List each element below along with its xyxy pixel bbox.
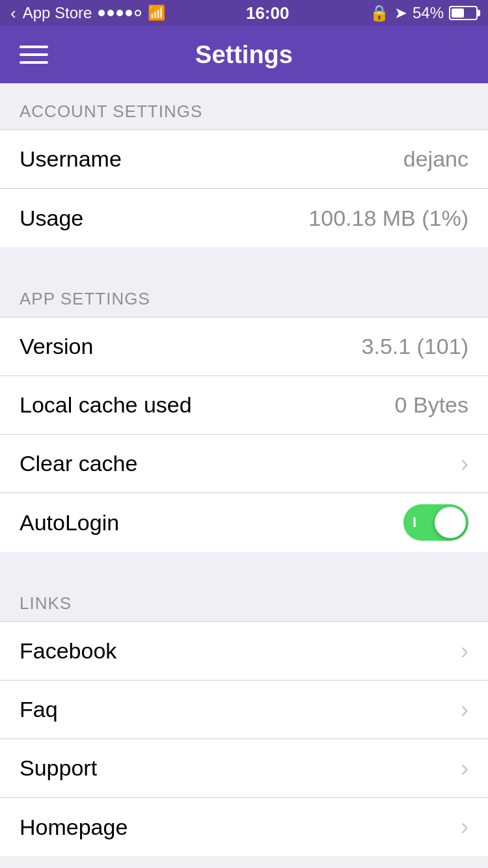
status-time: 16:00 [246, 3, 290, 23]
version-value: 3.5.1 (101) [362, 334, 468, 359]
battery-percent: 54% [413, 4, 444, 22]
faq-row[interactable]: Faq › [0, 681, 488, 739]
links-group: Facebook › Faq › Support › Homepage › [0, 622, 488, 856]
account-settings-group: Username dejanc Usage 100.18 MB (1%) [0, 130, 488, 247]
links-header: LINKS [0, 575, 488, 622]
facebook-label: Facebook [20, 638, 116, 664]
homepage-label: Homepage [20, 815, 128, 840]
version-label: Version [20, 334, 93, 359]
status-right: 🔒 ➤ 54% [370, 4, 478, 22]
divider-1 [0, 247, 488, 271]
app-settings-group: Version 3.5.1 (101) Local cache used 0 B… [0, 318, 488, 552]
back-chevron-icon: ‹ [10, 3, 16, 23]
clear-cache-label: Clear cache [20, 451, 137, 476]
nav-bar: Settings [0, 26, 488, 83]
battery-container [449, 6, 478, 20]
support-chevron-icon: › [461, 755, 468, 782]
divider-2 [0, 552, 488, 575]
hamburger-menu-button[interactable] [20, 46, 48, 64]
support-row[interactable]: Support › [0, 739, 488, 798]
local-cache-value: 0 Bytes [395, 392, 468, 418]
signal-dot-1 [98, 10, 105, 16]
toggle-on-label: I [413, 514, 416, 531]
clear-cache-row[interactable]: Clear cache › [0, 435, 488, 493]
support-label: Support [20, 755, 97, 781]
signal-dot-5 [135, 10, 141, 16]
version-row: Version 3.5.1 (101) [0, 318, 488, 376]
signal-dot-3 [116, 10, 123, 16]
status-left: ‹ App Store 📶 [10, 3, 165, 23]
carrier-label: App Store [23, 4, 92, 22]
app-settings-header: APP SETTINGS [0, 271, 488, 318]
signal-dot-2 [107, 10, 114, 16]
page-title: Settings [195, 41, 293, 69]
faq-chevron-icon: › [461, 696, 468, 724]
wifi-icon: 📶 [148, 5, 165, 21]
facebook-chevron-icon: › [461, 638, 468, 665]
location-icon: ➤ [394, 4, 407, 22]
homepage-row[interactable]: Homepage › [0, 798, 488, 856]
signal-dots [98, 10, 141, 16]
local-cache-row: Local cache used 0 Bytes [0, 376, 488, 435]
usage-label: Usage [20, 206, 83, 231]
autologin-toggle[interactable]: I [403, 504, 468, 541]
account-settings-header: ACCOUNT SETTINGS [0, 83, 488, 130]
username-row: Username dejanc [0, 130, 488, 189]
hamburger-line-1 [20, 46, 48, 48]
clear-cache-chevron-icon: › [461, 450, 468, 478]
usage-row: Usage 100.18 MB (1%) [0, 189, 488, 247]
lock-icon: 🔒 [370, 4, 389, 22]
status-bar: ‹ App Store 📶 16:00 🔒 ➤ 54% [0, 0, 488, 26]
battery-icon [449, 6, 478, 20]
homepage-chevron-icon: › [461, 813, 468, 841]
signal-dot-4 [126, 10, 132, 16]
toggle-thumb [435, 507, 466, 538]
hamburger-line-2 [20, 53, 48, 56]
username-value: dejanc [403, 146, 468, 172]
facebook-row[interactable]: Facebook › [0, 622, 488, 681]
hamburger-line-3 [20, 61, 48, 64]
toggle-track: I [403, 504, 468, 541]
battery-fill [452, 8, 464, 18]
faq-label: Faq [20, 697, 58, 722]
autologin-row[interactable]: AutoLogin I [0, 493, 488, 552]
usage-value: 100.18 MB (1%) [308, 206, 468, 231]
autologin-label: AutoLogin [20, 510, 119, 536]
local-cache-label: Local cache used [20, 392, 192, 418]
username-label: Username [20, 146, 122, 172]
